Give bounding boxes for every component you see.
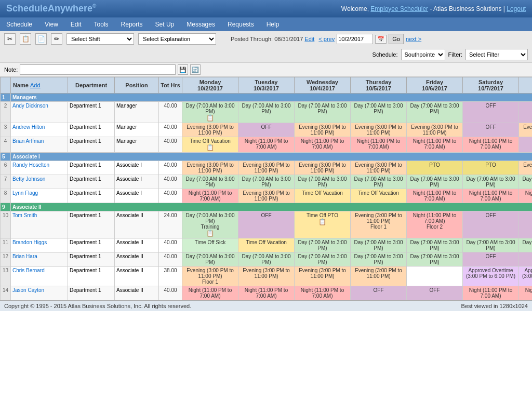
employee-name[interactable]: Brian Hara xyxy=(11,252,68,267)
nav-messages[interactable]: Messages xyxy=(180,18,221,31)
shift-cell[interactable]: Day (7:00 AM to 3:00 PM) xyxy=(519,175,533,189)
shift-cell[interactable]: Day (7:00 AM to 3:00 PM) xyxy=(351,252,407,267)
shift-cell[interactable]: Night (11:00 PM to 7:00 AM) xyxy=(295,137,351,153)
shift-cell[interactable]: OFF xyxy=(238,123,295,137)
employee-name[interactable]: Brandon Higgs xyxy=(11,238,68,252)
shift-cell[interactable]: Night (11:00 PM to 7:00 AM) xyxy=(463,137,519,153)
shift-cell[interactable]: OFF xyxy=(463,252,519,267)
employee-scheduler-link[interactable]: Employee Scheduler xyxy=(370,5,428,12)
shift-cell[interactable]: Time Off Vacation xyxy=(238,238,295,252)
shift-cell[interactable]: Day (7:00 AM to 3:00 PM) xyxy=(295,238,351,252)
shift-select[interactable]: Select Shift xyxy=(66,33,134,45)
shift-cell[interactable]: Night (11:00 PM to 7:00 AM) xyxy=(519,286,533,300)
nav-schedule[interactable]: Schedule xyxy=(0,18,38,31)
explanation-select[interactable]: Select Explanation xyxy=(138,33,216,45)
shift-cell[interactable]: Approved Overtime (3:00 PM to 6:00 PM) xyxy=(463,267,519,286)
nav-edit[interactable]: Edit xyxy=(64,18,88,31)
nav-reports[interactable]: Reports xyxy=(115,18,149,31)
schedule-select[interactable]: Southpointe xyxy=(401,49,445,60)
employee-name[interactable]: Brian Arffman xyxy=(11,137,68,153)
shift-cell[interactable]: Time Off Vacation xyxy=(295,189,351,203)
shift-cell[interactable]: Night (11:00 PM to 7:00 AM) xyxy=(407,189,463,203)
shift-cell[interactable]: Night (11:00 PM to 7:00 AM) xyxy=(519,189,533,203)
shift-cell[interactable]: Time Off Vacation📋 xyxy=(182,137,238,153)
edit-link[interactable]: Edit xyxy=(304,36,314,42)
shift-cell[interactable]: Day (7:00 AM to 3:00 PM) xyxy=(519,238,533,252)
shift-cell[interactable]: Day (7:00 AM to 3:00 PM) xyxy=(351,102,407,123)
shift-cell[interactable]: Night (11:00 PM to 7:00 AM) xyxy=(351,137,407,153)
shift-cell[interactable]: Day (7:00 AM to 3:00 PM) xyxy=(407,102,463,123)
shift-cell[interactable]: Day (7:00 AM to 3:00 PM) xyxy=(238,252,295,267)
next-link[interactable]: next > xyxy=(406,36,421,42)
date-input[interactable] xyxy=(337,34,373,44)
shift-cell[interactable]: Evening (3:00 PM to 11:00 PM) xyxy=(182,161,238,175)
shift-cell[interactable]: OFF xyxy=(238,211,295,238)
calendar-icon[interactable]: 📅 xyxy=(375,35,387,44)
employee-name[interactable]: Randy Hoselton xyxy=(11,161,68,175)
shift-cell[interactable]: Day (7:00 AM to 3:00 PM) xyxy=(295,252,351,267)
shift-cell[interactable]: Day (7:00 AM to 3:00 PM) xyxy=(351,175,407,189)
employee-name[interactable]: Tom Smith xyxy=(11,211,68,238)
paste-icon[interactable]: 📄 xyxy=(35,33,47,45)
shift-cell[interactable]: Day (7:00 AM to 3:00 PM) xyxy=(351,238,407,252)
shift-cell[interactable]: Day (7:00 AM to 3:00 PM)📋 xyxy=(182,102,238,123)
employee-name[interactable]: Andrew Hilton xyxy=(11,123,68,137)
shift-cell[interactable]: Night (11:00 PM to 7:00 AM) xyxy=(182,189,238,203)
shift-cell[interactable]: Night (11:00 PM to 7:00 AM) xyxy=(238,137,295,153)
shift-cell[interactable]: Day (7:00 AM to 3:00 PM)Training📋 xyxy=(182,211,238,238)
shift-cell[interactable]: Evening (3:00 PM to 11:00 PM) xyxy=(238,161,295,175)
prev-link[interactable]: < prev xyxy=(318,36,335,42)
go-button[interactable]: Go xyxy=(389,34,404,44)
shift-cell[interactable]: Day (7:00 AM to 3:00 PM) xyxy=(182,252,238,267)
shift-cell[interactable]: Night (11:00 PM to 7:00 AM)Floor 2 xyxy=(407,211,463,238)
shift-cell[interactable]: Evening (3:00 PM to 11:00 PM) xyxy=(407,123,463,137)
shift-cell[interactable]: Evening (3:00 PM to 11:00 PM) xyxy=(295,161,351,175)
shift-cell[interactable]: Night (11:00 PM to 7:00 AM) xyxy=(463,189,519,203)
nav-view[interactable]: View xyxy=(38,18,64,31)
shift-cell[interactable]: Evening (3:00 PM to 11:00 PM) xyxy=(295,267,351,286)
shift-cell[interactable]: Day (7:00 AM to 3:00 PM) xyxy=(295,102,351,123)
copy-icon[interactable]: 📋 xyxy=(20,33,31,45)
shift-cell[interactable]: Day (7:00 AM to 3:00 PM) xyxy=(463,238,519,252)
shift-cell[interactable] xyxy=(407,267,463,286)
shift-cell[interactable]: Evening (3:00 PM to 11:00 PM) xyxy=(351,123,407,137)
shift-cell[interactable]: OFF xyxy=(351,286,407,300)
shift-cell[interactable]: OFF xyxy=(407,286,463,300)
cut-icon[interactable]: ✂ xyxy=(4,33,16,45)
shift-cell[interactable]: Evening (3:00 PM to 11:00 PM) xyxy=(238,267,295,286)
shift-cell[interactable]: Evening (3:00 PM to 11:00 PM) xyxy=(182,123,238,137)
employee-name[interactable]: Jason Cayton xyxy=(11,286,68,300)
shift-cell[interactable]: Evening (3:00 PM to 11:00 PM) xyxy=(238,189,295,203)
nav-help[interactable]: Help xyxy=(260,18,286,31)
employee-name[interactable]: Lynn Flagg xyxy=(11,189,68,203)
shift-cell[interactable]: Time Off Sick xyxy=(182,238,238,252)
nav-setup[interactable]: Set Up xyxy=(149,18,181,31)
shift-cell[interactable]: OFF xyxy=(519,252,533,267)
shift-cell[interactable]: PTO xyxy=(463,161,519,175)
shift-cell[interactable]: Night (11:00 PM to 7:00 AM) xyxy=(407,137,463,153)
shift-cell[interactable]: OFF xyxy=(519,211,533,238)
pencil-icon[interactable]: ✏ xyxy=(51,33,62,45)
shift-cell[interactable]: Night (11:00 PM to 7:00 AM) xyxy=(295,286,351,300)
shift-cell[interactable]: Day (7:00 AM to 3:00 PM) xyxy=(407,175,463,189)
shift-cell[interactable]: Day (7:00 AM to 3:00 PM) xyxy=(407,238,463,252)
employee-name[interactable]: Betty Johnson xyxy=(11,175,68,189)
employee-name[interactable]: Andy Dickinson xyxy=(11,102,68,123)
add-link[interactable]: Add xyxy=(30,82,41,88)
shift-cell[interactable]: Approved Overtime (3:00 PM to 6:00 PM) xyxy=(519,267,533,286)
shift-cell[interactable]: Day (7:00 AM to 3:00 PM) xyxy=(182,175,238,189)
shift-cell[interactable]: Day (7:00 AM to 3:00 PM) xyxy=(295,175,351,189)
shift-cell[interactable]: Night (11:00 PM to 7:00 AM) xyxy=(463,286,519,300)
shift-cell[interactable]: Evening (3:00 PM to 11:00 PM) xyxy=(351,267,407,286)
shift-cell[interactable]: Evening (3:00 PM to 11:00 PM)Floor 1 xyxy=(351,211,407,238)
shift-cell[interactable]: Day (7:00 AM to 3:00 PM) xyxy=(238,102,295,123)
employee-name[interactable]: Chris Bernard xyxy=(11,267,68,286)
logout-link[interactable]: Logout xyxy=(507,5,526,12)
shift-cell[interactable]: OFF xyxy=(519,137,533,153)
note-save-icon[interactable]: 💾 xyxy=(178,64,188,75)
shift-cell[interactable]: OFF xyxy=(463,102,519,123)
note-refresh-icon[interactable]: 🔄 xyxy=(190,64,201,75)
shift-cell[interactable]: PTO xyxy=(407,161,463,175)
shift-cell[interactable]: OFF xyxy=(519,102,533,123)
shift-cell[interactable]: Time Off PTO📋 xyxy=(295,211,351,238)
